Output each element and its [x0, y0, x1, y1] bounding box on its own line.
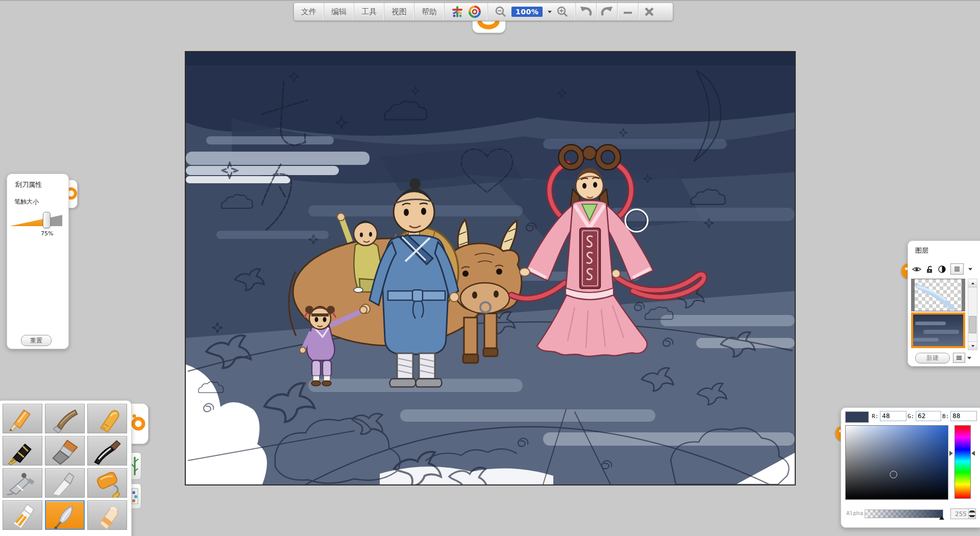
flat-brush-icon [45, 436, 84, 466]
layer-list [911, 279, 965, 349]
zoom-out-icon [495, 6, 507, 18]
close-button[interactable] [639, 3, 660, 20]
zoom-out-button[interactable] [492, 3, 509, 20]
tool-airbrush[interactable] [3, 468, 42, 498]
tool-palette-panel [0, 400, 132, 536]
app-window: 文件 编辑 工具 视图 帮助 [0, 0, 980, 536]
r-label: R: [872, 413, 878, 420]
logo-button-group [445, 3, 488, 20]
slider-handle[interactable] [43, 212, 51, 228]
paint-logo-figure-icon[interactable] [449, 3, 466, 20]
crayon-icon [88, 404, 127, 433]
paint-bottle-icon [3, 500, 42, 530]
minimize-icon [623, 7, 633, 17]
tool-crayon[interactable] [87, 404, 127, 433]
layer-item-sketch[interactable] [911, 279, 965, 311]
charcoal-stick-icon [45, 404, 84, 433]
brush-size-slider[interactable] [10, 215, 62, 226]
scroll-thumb[interactable] [969, 316, 976, 333]
r-input[interactable] [880, 411, 906, 421]
fountain-pen-icon [3, 436, 42, 466]
layers-options-arrow-icon[interactable] [967, 357, 971, 359]
drawing-canvas[interactable]: 七夕 [185, 51, 796, 485]
menu-file[interactable]: 文件 [294, 3, 324, 20]
tool-palette-handle[interactable] [129, 403, 149, 444]
zoom-level-display[interactable]: 100% [511, 7, 543, 17]
eye-icon [912, 266, 921, 273]
pencil-icon [3, 404, 42, 433]
saturation-value-picker[interactable] [845, 425, 948, 500]
layer-item-sky-selected[interactable] [911, 312, 965, 348]
tool-pencil[interactable] [3, 404, 42, 433]
scroll-up-button[interactable] [968, 279, 977, 287]
tool-ink-brush[interactable] [87, 436, 127, 466]
sv-marker[interactable] [890, 471, 897, 478]
eraser-icon [88, 500, 127, 530]
layer-menu-arrow-icon[interactable] [968, 268, 972, 271]
canvas-artwork: 七夕 [186, 52, 795, 484]
layers-options-button[interactable] [953, 353, 965, 363]
half-circle-icon [938, 265, 946, 273]
layer-scrollbar[interactable] [968, 279, 977, 350]
minimize-button[interactable] [618, 3, 638, 20]
hue-marker-right-icon[interactable] [971, 451, 975, 456]
zoom-in-icon [556, 6, 569, 18]
alpha-spinner[interactable]: 255 [950, 508, 976, 519]
tool-eraser[interactable] [87, 500, 127, 530]
hue-slider[interactable] [954, 425, 971, 499]
undo-icon [579, 6, 593, 18]
layer-menu-button[interactable] [950, 263, 964, 275]
tool-paint-roller[interactable] [87, 468, 127, 498]
tool-paint-bottle[interactable] [3, 500, 42, 530]
list-icon [953, 266, 961, 272]
scraper-properties-panel: 刮刀属性 笔触大小 75% 重置 [7, 174, 69, 349]
alpha-increment-button[interactable] [969, 509, 975, 514]
main-toolbar: 文件 编辑 工具 视图 帮助 [293, 3, 673, 21]
menu-help[interactable]: 帮助 [414, 3, 445, 20]
paint-logo-ring-icon[interactable] [466, 3, 483, 20]
scroll-down-button[interactable] [968, 342, 977, 350]
layer-visibility-button[interactable] [912, 266, 921, 273]
tool-fountain-pen[interactable] [3, 436, 42, 466]
b-label: B: [942, 413, 949, 420]
brush-size-value: 75% [41, 230, 53, 237]
paint-roller-icon [88, 468, 127, 498]
layer-lock-button[interactable] [926, 265, 934, 273]
zoom-group: 100% [488, 3, 576, 20]
tool-charcoal-stick[interactable] [45, 404, 85, 433]
list-icon [956, 355, 962, 360]
alpha-marker-icon[interactable] [939, 516, 944, 520]
tool-flat-brush[interactable] [45, 436, 85, 466]
menu-tools[interactable]: 工具 [354, 3, 384, 20]
current-color-swatch [845, 411, 869, 423]
undo-button[interactable] [576, 3, 596, 20]
menu-view[interactable]: 视图 [384, 3, 414, 20]
airbrush-icon [3, 468, 42, 498]
layers-panel: 图层 [908, 240, 980, 367]
brush-size-label: 笔触大小 [14, 198, 39, 206]
layers-title: 图层 [915, 246, 928, 255]
palette-knife-icon [45, 468, 84, 498]
layer-opacity-button[interactable] [938, 265, 946, 273]
hue-marker-left-icon[interactable] [949, 451, 953, 456]
new-layer-button[interactable]: 新建 [915, 353, 950, 363]
picture-stamp-icon [131, 486, 139, 506]
tool-grid [3, 404, 127, 530]
redo-button[interactable] [597, 3, 617, 20]
open-lock-icon [926, 265, 934, 273]
scraper-icon [46, 501, 84, 529]
zoom-dropdown-arrow-icon[interactable] [548, 11, 552, 13]
g-label: G: [908, 413, 914, 420]
ink-brush-icon [88, 436, 127, 466]
redo-icon [600, 6, 614, 18]
menu-edit[interactable]: 编辑 [324, 3, 354, 20]
alpha-decrement-button[interactable] [969, 514, 975, 519]
alpha-slider[interactable] [865, 509, 943, 518]
b-input[interactable] [950, 411, 977, 421]
zoom-in-button[interactable] [554, 3, 571, 20]
alpha-label: Alpha [846, 510, 863, 517]
g-input[interactable] [916, 411, 941, 421]
reset-button[interactable]: 重置 [21, 335, 52, 346]
tool-palette-knife[interactable] [45, 468, 85, 498]
tool-scraper-selected[interactable] [45, 500, 85, 530]
